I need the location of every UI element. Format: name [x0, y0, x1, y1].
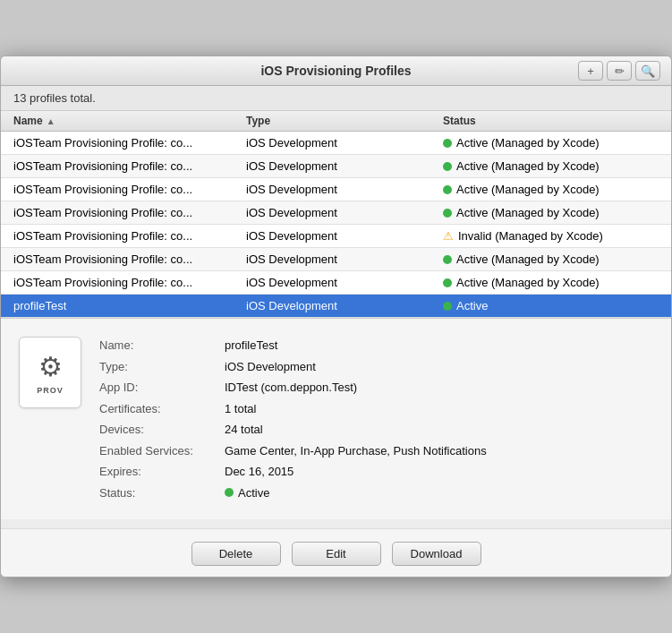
warning-icon: ⚠ [443, 229, 454, 243]
cell-status: ⚠Invalid (Managed by Xcode) [443, 229, 659, 243]
main-window: iOS Provisioning Profiles + ✏ 🔍 13 profi… [0, 56, 672, 577]
status-dot-icon [443, 255, 452, 264]
col-header-name[interactable]: Name ▲ [13, 115, 246, 127]
cell-type: iOS Development [246, 183, 443, 196]
detail-row-status: Status: Active [99, 484, 653, 502]
detail-row-name: Name: profileTest [99, 337, 653, 355]
cell-name: profileTest [13, 299, 246, 312]
cell-status: Active (Managed by Xcode) [443, 136, 659, 150]
cell-name: iOSTeam Provisioning Profile: co... [13, 206, 246, 219]
cell-type: iOS Development [246, 299, 443, 312]
table-row[interactable]: iOSTeam Provisioning Profile: co...iOS D… [1, 248, 671, 271]
expires-value: Dec 16, 2015 [225, 463, 653, 481]
type-label: Type: [99, 358, 225, 376]
gear-icon: ⚙ [38, 351, 63, 382]
status-dot-icon [225, 488, 234, 497]
cell-name: iOSTeam Provisioning Profile: co... [13, 159, 246, 173]
status-value: Active [225, 484, 653, 502]
type-value: iOS Development [225, 358, 653, 376]
cell-name: iOSTeam Provisioning Profile: co... [13, 136, 246, 150]
status-dot-icon [443, 302, 452, 311]
cell-type: iOS Development [246, 276, 443, 289]
cell-name: iOSTeam Provisioning Profile: co... [13, 252, 246, 266]
add-button[interactable]: + [578, 61, 603, 81]
status-dot-icon [443, 209, 452, 218]
table-row[interactable]: iOSTeam Provisioning Profile: co...iOS D… [1, 201, 671, 225]
detail-fields: Name: profileTest Type: iOS Development … [99, 337, 653, 505]
edit-profile-button[interactable]: Edit [292, 542, 381, 566]
toolbar-buttons: + ✏ 🔍 [578, 61, 660, 81]
cell-name: iOSTeam Provisioning Profile: co... [13, 229, 246, 243]
detail-row-expires: Expires: Dec 16, 2015 [99, 463, 653, 481]
table-row[interactable]: iOSTeam Provisioning Profile: co...iOS D… [1, 225, 671, 248]
cell-name: iOSTeam Provisioning Profile: co... [13, 276, 246, 289]
services-label: Enabled Services: [99, 442, 225, 460]
name-value: profileTest [225, 337, 653, 355]
table-header: Name ▲ Type Status [1, 111, 671, 132]
appid-label: App ID: [99, 379, 225, 397]
cell-status: Active (Managed by Xcode) [443, 159, 659, 173]
status-dot-icon [443, 139, 452, 148]
status-dot-icon [443, 278, 452, 287]
cell-type: iOS Development [246, 252, 443, 266]
detail-row-appid: App ID: IDTest (com.deppon.Test) [99, 379, 653, 397]
cell-status: Active (Managed by Xcode) [443, 183, 659, 196]
devices-label: Devices: [99, 421, 225, 439]
cell-status: Active (Managed by Xcode) [443, 206, 659, 219]
profiles-count-bar: 13 profiles total. [1, 86, 671, 111]
prov-icon: ⚙ PROV [19, 337, 81, 408]
detail-panel: ⚙ PROV Name: profileTest Type: iOS Devel… [1, 318, 671, 519]
table-row[interactable]: iOSTeam Provisioning Profile: co...iOS D… [1, 178, 671, 201]
devices-value: 24 total [225, 421, 653, 439]
cell-type: iOS Development [246, 206, 443, 219]
search-button[interactable]: 🔍 [635, 61, 660, 81]
edit-button[interactable]: ✏ [607, 61, 632, 81]
title-bar: iOS Provisioning Profiles + ✏ 🔍 [1, 56, 671, 86]
sort-arrow-icon: ▲ [47, 116, 55, 126]
cell-status: Active (Managed by Xcode) [443, 252, 659, 266]
cell-type: iOS Development [246, 136, 443, 150]
expires-label: Expires: [99, 463, 225, 481]
detail-row-services: Enabled Services: Game Center, In-App Pu… [99, 442, 653, 460]
cell-status: Active [443, 299, 659, 312]
table-row[interactable]: profileTestiOS DevelopmentActive [1, 295, 671, 318]
action-bar: Delete Edit Download [1, 528, 671, 577]
table-row[interactable]: iOSTeam Provisioning Profile: co...iOS D… [1, 155, 671, 178]
col-header-type[interactable]: Type [246, 115, 443, 127]
table-row[interactable]: iOSTeam Provisioning Profile: co...iOS D… [1, 132, 671, 155]
appid-value: IDTest (com.deppon.Test) [225, 379, 653, 397]
col-header-status[interactable]: Status [443, 115, 659, 127]
prov-icon-label: PROV [37, 386, 64, 395]
cell-type: iOS Development [246, 159, 443, 173]
status-label: Status: [99, 484, 225, 502]
certs-value: 1 total [225, 400, 653, 418]
services-value: Game Center, In-App Purchase, Push Notif… [225, 442, 653, 460]
cell-name: iOSTeam Provisioning Profile: co... [13, 183, 246, 196]
table-row[interactable]: iOSTeam Provisioning Profile: co...iOS D… [1, 271, 671, 295]
cell-type: iOS Development [246, 229, 443, 243]
window-title: iOS Provisioning Profiles [260, 64, 411, 78]
profiles-table: iOSTeam Provisioning Profile: co...iOS D… [1, 132, 671, 318]
detail-row-devices: Devices: 24 total [99, 421, 653, 439]
detail-row-certs: Certificates: 1 total [99, 400, 653, 418]
profiles-count: 13 profiles total. [13, 91, 96, 105]
name-label: Name: [99, 337, 225, 355]
cell-status: Active (Managed by Xcode) [443, 276, 659, 289]
status-dot-icon [443, 185, 452, 194]
detail-row-type: Type: iOS Development [99, 358, 653, 376]
delete-button[interactable]: Delete [191, 542, 281, 566]
download-button[interactable]: Download [392, 542, 481, 566]
certs-label: Certificates: [99, 400, 225, 418]
status-dot-icon [443, 162, 452, 171]
